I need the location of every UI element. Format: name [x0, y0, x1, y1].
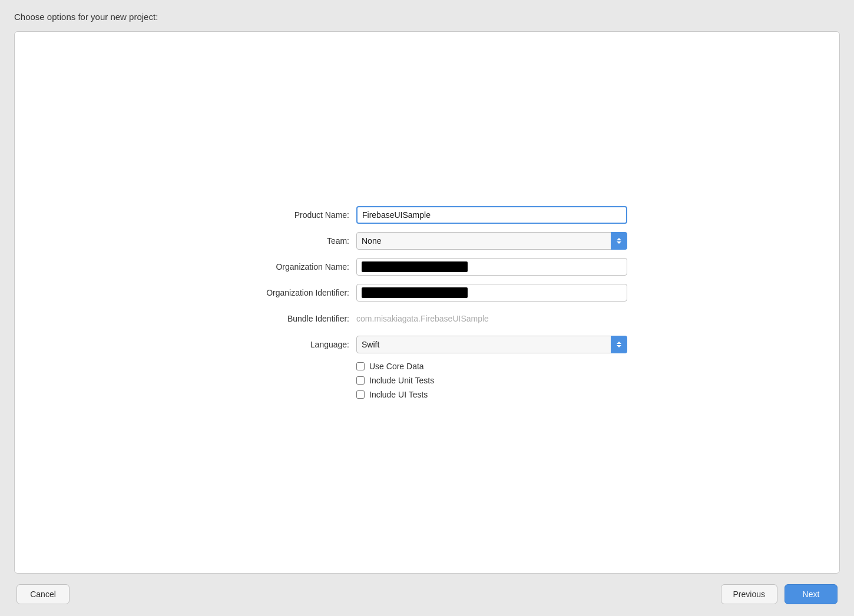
- next-button[interactable]: Next: [785, 584, 838, 604]
- use-core-data-item: Use Core Data: [356, 362, 434, 371]
- org-identifier-field[interactable]: [356, 284, 627, 302]
- product-name-label: Product Name:: [227, 210, 356, 220]
- cancel-button[interactable]: Cancel: [16, 584, 69, 604]
- team-select-wrapper: None Add an Account...: [356, 232, 627, 250]
- checkboxes-row: Use Core Data Include Unit Tests Include…: [227, 362, 627, 399]
- previous-button[interactable]: Previous: [721, 584, 777, 604]
- org-name-field[interactable]: [356, 258, 627, 276]
- bottom-bar: Cancel Previous Next: [14, 584, 840, 604]
- org-identifier-row: Organization Identifier:: [227, 284, 627, 302]
- org-name-label: Organization Name:: [227, 262, 356, 271]
- language-select-wrapper: Swift Objective-C: [356, 336, 627, 353]
- language-row: Language: Swift Objective-C: [227, 336, 627, 353]
- org-name-redacted: [362, 261, 468, 272]
- include-unit-tests-checkbox[interactable]: [356, 376, 365, 385]
- form-area: Product Name: Team: None Add an Account.…: [227, 206, 627, 399]
- page-title: Choose options for your new project:: [14, 12, 840, 22]
- checkboxes-list: Use Core Data Include Unit Tests Include…: [356, 362, 434, 399]
- use-core-data-label[interactable]: Use Core Data: [369, 362, 424, 371]
- bundle-id-label: Bundle Identifier:: [227, 314, 356, 323]
- org-identifier-label: Organization Identifier:: [227, 288, 356, 297]
- org-name-control: [356, 258, 627, 276]
- team-row: Team: None Add an Account...: [227, 232, 627, 250]
- include-ui-tests-label[interactable]: Include UI Tests: [369, 390, 428, 399]
- language-label: Language:: [227, 340, 356, 349]
- team-control: None Add an Account...: [356, 232, 627, 250]
- team-label: Team:: [227, 236, 356, 246]
- org-identifier-redacted: [362, 287, 468, 298]
- bundle-id-control: com.misakiagata.FirebaseUISample: [356, 314, 627, 323]
- product-name-row: Product Name:: [227, 206, 627, 224]
- use-core-data-checkbox[interactable]: [356, 362, 365, 370]
- main-panel: Product Name: Team: None Add an Account.…: [14, 31, 840, 574]
- language-control: Swift Objective-C: [356, 336, 627, 353]
- right-buttons: Previous Next: [721, 584, 838, 604]
- bundle-id-row: Bundle Identifier: com.misakiagata.Fireb…: [227, 310, 627, 327]
- include-ui-tests-checkbox[interactable]: [356, 390, 365, 399]
- org-identifier-control: [356, 284, 627, 302]
- product-name-control: [356, 206, 627, 224]
- org-name-row: Organization Name:: [227, 258, 627, 276]
- include-ui-tests-item: Include UI Tests: [356, 390, 434, 399]
- include-unit-tests-item: Include Unit Tests: [356, 376, 434, 385]
- team-select[interactable]: None Add an Account...: [356, 232, 627, 250]
- product-name-input[interactable]: [356, 206, 627, 224]
- language-select[interactable]: Swift Objective-C: [356, 336, 627, 353]
- include-unit-tests-label[interactable]: Include Unit Tests: [369, 376, 434, 385]
- bundle-id-value: com.misakiagata.FirebaseUISample: [356, 312, 489, 326]
